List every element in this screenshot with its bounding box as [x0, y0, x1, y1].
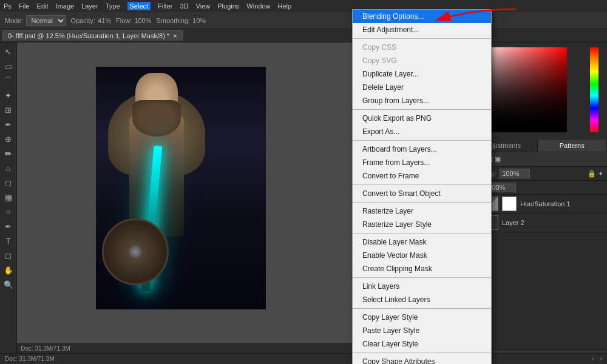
options-toolbar: Mode: Normal Opacity: 41% Flow: 100% Smo… — [0, 12, 607, 29]
menu-ps[interactable]: Ps — [4, 2, 12, 10]
ctx-artboard[interactable]: Artboard from Layers... — [353, 143, 491, 156]
ctx-edit-adjustment[interactable]: Edit Adjustment... — [353, 23, 491, 36]
ctx-group-from-layers[interactable]: Group from Layers... — [353, 94, 491, 107]
smoothing-control: Smoothing: 10% — [156, 17, 206, 24]
doc-info: Doc: 31.3M/71.3M — [5, 356, 55, 362]
ctx-sep-9 — [353, 352, 491, 353]
context-menu: Blending Options... Edit Adjustment... C… — [352, 9, 492, 364]
ctx-select-linked[interactable]: Select Linked Layers — [353, 293, 491, 306]
ctx-sep-7 — [353, 277, 491, 278]
ctx-convert-frame[interactable]: Convert to Frame — [353, 169, 491, 183]
ctx-link-layers[interactable]: Link Layers — [353, 280, 491, 293]
ctx-enable-vector[interactable]: Enable Vector Mask — [353, 249, 491, 262]
lasso-tool[interactable]: ⌒ — [2, 74, 15, 87]
layer-mask-thumbnail — [502, 197, 517, 211]
mode-label: Mode: — [5, 17, 24, 24]
lock-icons: 🔒 ✦ — [588, 170, 603, 178]
ctx-copy-shape[interactable]: Copy Shape Attributes — [353, 355, 491, 364]
menu-select[interactable]: Select — [127, 2, 151, 10]
menu-edit[interactable]: Edit — [37, 2, 49, 10]
opacity-control: Opacity: 41% — [71, 17, 111, 24]
menu-filter[interactable]: Filter — [158, 2, 172, 10]
menu-plugins[interactable]: Plugins — [217, 2, 239, 10]
flow-value[interactable]: 100% — [134, 17, 151, 24]
ctx-sep-3 — [353, 140, 491, 141]
tab-bar: 0- ffff.psd @ 12.5% (Hue/Saturation 1, L… — [0, 29, 607, 42]
shape-tool[interactable]: ◻ — [2, 249, 15, 262]
ctx-duplicate-layer[interactable]: Duplicate Layer... — [353, 67, 491, 81]
ctx-blending-options[interactable]: Blending Options... — [353, 10, 491, 23]
zoom-tool[interactable]: 🔍 — [2, 278, 15, 291]
scroll-right-icon[interactable]: › — [600, 356, 602, 362]
hue-slider[interactable] — [590, 47, 599, 132]
image-background — [96, 67, 266, 309]
magic-wand-tool[interactable]: ✦ — [2, 89, 15, 102]
status-bar: Doc: 31.3M/71.3M ‹ › — [0, 353, 607, 364]
ctx-frame-from[interactable]: Frame from Layers... — [353, 156, 491, 169]
healing-tool[interactable]: ⊕ — [2, 132, 15, 146]
text-tool[interactable]: T — [2, 234, 15, 248]
beard — [132, 100, 181, 136]
mode-dropdown[interactable]: Normal — [26, 15, 66, 26]
doc-size-info: Doc: 31.3M/71.3M — [21, 345, 70, 352]
opacity-label: Opacity: — [71, 17, 95, 24]
hand-tool[interactable]: ✋ — [2, 263, 15, 277]
eraser-tool[interactable]: ◻ — [2, 176, 15, 189]
ctx-sep-8 — [353, 308, 491, 309]
gradient-tool[interactable]: ▦ — [2, 190, 15, 204]
canvas-image — [96, 67, 266, 309]
ctx-create-clipping[interactable]: Create Clipping Mask — [353, 262, 491, 275]
menu-view[interactable]: View — [196, 2, 211, 10]
opacity-input[interactable] — [500, 169, 530, 178]
flow-control: Flow: 100% — [116, 17, 151, 24]
ctx-sep-1 — [353, 38, 491, 39]
ctx-disable-mask[interactable]: Disable Layer Mask — [353, 235, 491, 249]
eyedropper-tool[interactable]: ✒ — [2, 118, 15, 131]
menu-bar: Ps File Edit Image Layer Type Select Fil… — [0, 0, 607, 12]
ctx-export-as[interactable]: Export As... — [353, 125, 491, 138]
smoothing-label: Smoothing: — [156, 17, 190, 24]
ctx-copy-svg: Copy SVG — [353, 54, 491, 67]
brush-tool[interactable]: ✏ — [2, 147, 15, 160]
dodge-tool[interactable]: ○ — [2, 205, 15, 218]
layer-name-2: Layer 2 — [502, 219, 524, 226]
tab-title: 0- ffff.psd @ 12.5% (Hue/Saturation 1, L… — [8, 32, 169, 39]
ctx-clear-layer-style[interactable]: Clear Layer Style — [353, 337, 491, 351]
scroll-left-icon[interactable]: ‹ — [592, 356, 594, 362]
ctx-sep-6 — [353, 233, 491, 234]
clone-tool[interactable]: ⌂ — [2, 161, 15, 175]
move-tool[interactable]: ↖ — [2, 45, 15, 58]
menu-image[interactable]: Image — [56, 2, 75, 10]
ctx-sep-5 — [353, 202, 491, 203]
pen-tool[interactable]: ✒ — [2, 220, 15, 233]
flow-label: Flow: — [116, 17, 132, 24]
ctx-sep-2 — [353, 109, 491, 110]
ctx-convert-smart[interactable]: Convert to Smart Object — [353, 187, 491, 200]
tab-close-button[interactable]: × — [173, 32, 177, 39]
ctx-quick-export[interactable]: Quick Export as PNG — [353, 112, 491, 125]
crop-tool[interactable]: ⊞ — [2, 103, 15, 116]
menu-window[interactable]: Window — [246, 2, 270, 10]
ctx-copy-css: Copy CSS — [353, 41, 491, 54]
tools-panel: ↖ ▭ ⌒ ✦ ⊞ ✒ ⊕ ✏ ⌂ ◻ ▦ ○ ✒ T ◻ ✋ 🔍 — [0, 42, 17, 364]
ctx-sep-4 — [353, 184, 491, 185]
mode-selector: Mode: Normal — [5, 15, 66, 26]
ctx-copy-layer-style[interactable]: Copy Layer Style — [353, 311, 491, 324]
smoothing-value[interactable]: 10% — [192, 17, 206, 24]
menu-file[interactable]: File — [19, 2, 30, 10]
shield-boss — [129, 245, 142, 258]
tab-patterns[interactable]: Patterns — [538, 140, 608, 152]
menu-help[interactable]: Help — [277, 2, 291, 10]
document-tab[interactable]: 0- ffff.psd @ 12.5% (Hue/Saturation 1, L… — [2, 30, 183, 41]
menu-type[interactable]: Type — [106, 2, 120, 10]
ctx-rasterize-style[interactable]: Rasterize Layer Style — [353, 218, 491, 231]
ctx-delete-layer[interactable]: Delete Layer — [353, 81, 491, 94]
opacity-value[interactable]: 41% — [98, 17, 111, 24]
marquee-tool[interactable]: ▭ — [2, 59, 15, 73]
ctx-paste-layer-style[interactable]: Paste Layer Style — [353, 324, 491, 337]
menu-3d[interactable]: 3D — [180, 2, 189, 10]
menu-layer[interactable]: Layer — [81, 2, 98, 10]
layer-name: Hue/Saturation 1 — [520, 200, 571, 207]
ctx-rasterize-layer[interactable]: Rasterize Layer — [353, 204, 491, 218]
